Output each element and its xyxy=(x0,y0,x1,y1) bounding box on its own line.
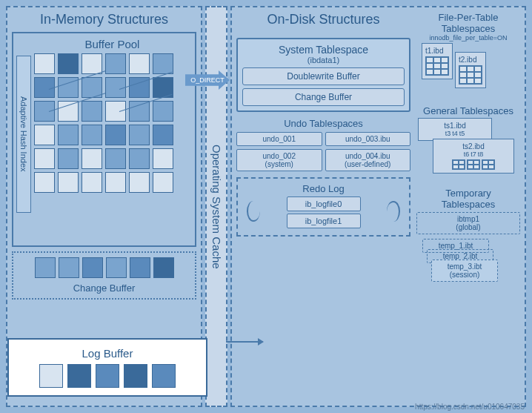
on-disk-title: On-Disk Structures xyxy=(236,12,410,27)
undo-tablespaces: Undo Tablespaces undo_001 undo_003.ibu u… xyxy=(236,118,410,171)
change-buffer: Change Buffer xyxy=(12,251,196,300)
in-memory-title: In-Memory Structures xyxy=(12,12,196,27)
ibtmp1: ibtmp1 (global) xyxy=(416,212,520,234)
buffer-pool-title: Buffer Pool xyxy=(34,38,190,50)
change-buffer-title: Change Buffer xyxy=(18,283,190,294)
log-buffer: Log Buffer xyxy=(7,338,207,397)
file-per-table: File-Per-Table Tablespaces innodb_file_p… xyxy=(416,12,520,101)
adaptive-hash-index: Adaptive Hash Index xyxy=(16,56,31,213)
temp-3-ibt: temp_3.ibt (session) xyxy=(431,260,498,282)
undo-001: undo_001 xyxy=(236,132,322,146)
t2-ibd: t2.ibd xyxy=(455,52,486,88)
buffer-pool: Buffer Pool Adaptive Hash Index xyxy=(12,32,196,247)
undo-004: undo_004.ibu (user-defined) xyxy=(325,149,411,171)
watermark: https://blog.csdn.net/u010647035 xyxy=(415,403,525,411)
undo-002: undo_002 (system) xyxy=(236,149,322,171)
ts1-ibd: ts1.ibd t3t4t5 xyxy=(418,118,492,141)
temporary-tablespaces: Temporary Tablespaces ibtmp1 (global) te… xyxy=(416,188,520,281)
table-icon xyxy=(425,56,449,76)
doublewrite-buffer: Doublewrite Buffer xyxy=(242,67,405,85)
redo-log: Redo Log ib_logfile0 ib_logfile1 xyxy=(236,177,410,237)
change-buffer-disk: Change Buffer xyxy=(242,88,405,106)
table-icon xyxy=(459,65,482,85)
undo-003: undo_003.ibu xyxy=(325,132,411,146)
general-tablespaces: General Tablespaces ts1.ibd t3t4t5 ts2.i… xyxy=(416,105,520,183)
log-to-redo-arrow-icon xyxy=(226,341,263,343)
cycle-arrow-icon xyxy=(387,201,400,222)
buffer-pool-grid xyxy=(34,53,190,193)
system-tablespace: System Tablespace (ibdata1) Doublewrite … xyxy=(236,38,410,112)
t1-ibd: t1.ibd xyxy=(422,43,453,79)
ts2-ibd: ts2.ibd t6t7t8 xyxy=(433,139,514,174)
os-cache: Operating System Cache xyxy=(205,6,227,407)
ib-logfile0: ib_logfile0 xyxy=(287,196,361,211)
ib-logfile1: ib_logfile1 xyxy=(287,214,361,228)
cycle-arrow-icon xyxy=(247,201,260,222)
on-disk-section: On-Disk Structures System Tablespace (ib… xyxy=(230,6,526,407)
